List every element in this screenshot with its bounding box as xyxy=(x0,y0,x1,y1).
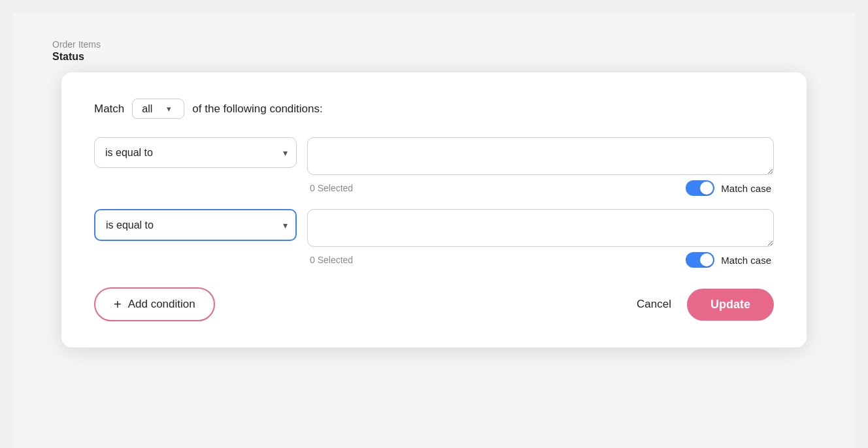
condition-row-2: is equal to is not equal to contains doe… xyxy=(94,209,774,268)
condition-operator-select-2[interactable]: is equal to is not equal to contains doe… xyxy=(94,209,297,241)
cancel-button[interactable]: Cancel xyxy=(637,298,671,311)
match-case-label-2: Match case xyxy=(721,255,771,266)
footer-row: + Add condition Cancel Update xyxy=(94,287,774,321)
condition-operator-wrapper-2: is equal to is not equal to contains doe… xyxy=(94,209,297,241)
match-select[interactable]: all any xyxy=(142,103,161,114)
condition-textarea-2[interactable] xyxy=(307,209,774,247)
match-case-label-1: Match case xyxy=(721,183,771,194)
filter-dialog: Match all any ▾ of the following conditi… xyxy=(61,72,807,347)
condition-right-1: 0 Selected Match case xyxy=(307,137,774,196)
condition-row-1: is equal to is not equal to contains doe… xyxy=(94,137,774,196)
add-condition-label: Add condition xyxy=(128,298,195,311)
condition-operator-select-1[interactable]: is equal to is not equal to contains doe… xyxy=(94,137,297,168)
match-case-toggle-1[interactable] xyxy=(686,180,714,196)
plus-icon: + xyxy=(114,298,122,311)
breadcrumb-title: Status xyxy=(52,51,816,63)
update-button[interactable]: Update xyxy=(687,289,774,321)
selected-count-2: 0 Selected xyxy=(310,255,353,265)
match-case-group-1: Match case xyxy=(686,180,771,196)
chevron-down-icon: ▾ xyxy=(167,104,171,114)
toggle-knob-2 xyxy=(700,253,713,266)
page-wrapper: Order Items Status Match all any ▾ of th… xyxy=(13,13,855,448)
match-case-toggle-2[interactable] xyxy=(686,252,714,268)
breadcrumb-parent: Order Items xyxy=(52,39,816,50)
match-select-wrapper[interactable]: all any ▾ xyxy=(132,99,184,119)
add-condition-button[interactable]: + Add condition xyxy=(94,287,215,321)
match-row: Match all any ▾ of the following conditi… xyxy=(94,99,774,119)
condition-textarea-1[interactable] xyxy=(307,137,774,175)
match-suffix-label: of the following conditions: xyxy=(192,103,322,116)
condition-meta-1: 0 Selected Match case xyxy=(307,180,774,196)
match-case-group-2: Match case xyxy=(686,252,771,268)
selected-count-1: 0 Selected xyxy=(310,183,353,193)
toggle-knob-1 xyxy=(700,182,713,195)
breadcrumb-area: Order Items Status xyxy=(13,33,855,66)
condition-meta-2: 0 Selected Match case xyxy=(307,252,774,268)
condition-operator-wrapper-1: is equal to is not equal to contains doe… xyxy=(94,137,297,168)
match-prefix-label: Match xyxy=(94,103,124,116)
footer-right: Cancel Update xyxy=(637,289,774,321)
condition-right-2: 0 Selected Match case xyxy=(307,209,774,268)
